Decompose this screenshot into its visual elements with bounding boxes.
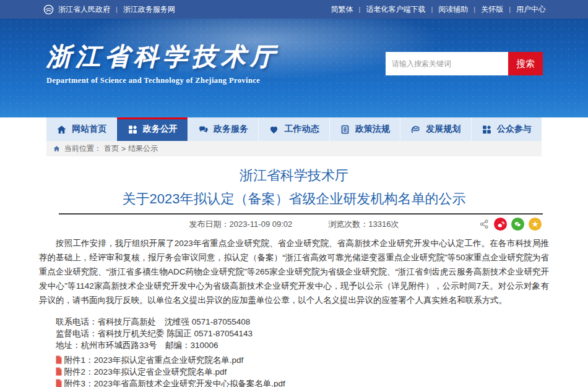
breadcrumb-home-icon <box>53 145 61 153</box>
handshake-icon <box>410 124 421 135</box>
contact-block: 联系电话：省科技厅高新处 沈维强 0571-87055408 监督电话：省科技厅… <box>39 316 549 351</box>
nav-item-policies-regulations[interactable]: 政策法规 <box>330 117 400 141</box>
attachment-link[interactable]: 附件1：2023年拟认定省重点企业研究院名单.pdf <box>64 354 244 366</box>
article-subtitle: 关于2023年拟认定（备案）省级企业研发机构名单的公示 <box>39 190 549 208</box>
divider: | <box>359 6 361 13</box>
nav-item-government-services[interactable]: 政务服务 <box>188 117 259 141</box>
attachment-row-3[interactable]: 附件3：2023年省高新技术企业研究开发中心拟备案名单.pdf <box>39 378 549 387</box>
article: 浙江省科学技术厅 关于2023年拟认定（备案）省级企业研发机构名单的公示 发布日… <box>39 166 549 387</box>
pdf-icon <box>55 367 63 376</box>
pdf-icon <box>55 379 63 387</box>
top-utility-bar: 浙江省人民政府 | 浙江政务服务网 简繁体 | 适老化客户端下载 | 阅读辅助 … <box>0 0 588 19</box>
attachment-row-2[interactable]: 附件2：2023年拟认定省企业研究院名单.pdf <box>39 366 549 378</box>
nav-item-public-participation[interactable]: 公众参与 <box>472 117 542 141</box>
share-group: ★ <box>479 218 542 231</box>
qzone-share-icon[interactable]: ★ <box>529 218 542 231</box>
site-banner: 浙江省科学技术厅 Department of Science and Techn… <box>0 19 588 117</box>
nav-item-label: 政策法规 <box>355 124 390 135</box>
link-care-version[interactable]: 关怀版 <box>481 4 503 15</box>
nav-item-government-affairs-disclosure[interactable]: 政务公开 <box>117 117 188 141</box>
breadcrumb: 当前位置： 首页 > 结果公示 <box>46 141 542 156</box>
open-government-icon <box>128 124 138 135</box>
breadcrumb-separator: > <box>121 145 126 153</box>
article-paragraph: 按照工作安排，我厅组织开展了2023年省重点企业研究院、省企业研究院、省高新技术… <box>39 236 549 307</box>
government-logo-icon <box>43 4 54 15</box>
breadcrumb-prefix: 当前位置： <box>64 143 102 154</box>
divider: | <box>509 6 511 13</box>
participation-icon <box>482 124 492 135</box>
publish-date-label: 发布日期： <box>189 219 230 229</box>
main-nav-row: 网站首页 政务公开 政务服务 工作动态 <box>0 117 588 141</box>
divider: | <box>431 6 433 13</box>
link-user-center[interactable]: 用户中心 <box>516 4 546 15</box>
link-elderly-client-download[interactable]: 适老化客户端下载 <box>366 4 425 15</box>
nav-item-label: 网站首页 <box>72 124 106 135</box>
search-button[interactable]: 搜索 <box>508 52 543 75</box>
publish-date-value: 2023-11-09 09:02 <box>230 219 293 229</box>
share-icon[interactable] <box>479 219 490 229</box>
site-subtitle-english: Department of Science and Technology of … <box>46 76 279 85</box>
nav-item-label: 发展规划 <box>426 124 460 135</box>
attachment-link[interactable]: 附件3：2023年省高新技术企业研究开发中心拟备案名单.pdf <box>64 378 285 387</box>
divider: | <box>473 6 475 13</box>
link-simplified-traditional[interactable]: 简繁体 <box>331 4 353 15</box>
weibo-share-icon[interactable] <box>494 218 507 231</box>
home-icon <box>56 124 67 135</box>
view-count: 浏览次数：13316次 <box>328 219 399 230</box>
link-provincial-government[interactable]: 浙江省人民政府 <box>58 4 110 15</box>
divider: | <box>116 6 118 13</box>
attachment-row-1[interactable]: 附件1：2023年拟认定省重点企业研究院名单.pdf <box>39 354 549 366</box>
heart-icon <box>269 124 279 135</box>
breadcrumb-row: 当前位置： 首页 > 结果公示 <box>0 141 588 156</box>
chat-bubbles-icon <box>198 124 209 135</box>
main-nav: 网站首页 政务公开 政务服务 工作动态 <box>46 117 542 141</box>
topbar-left-links: 浙江省人民政府 | 浙江政务服务网 <box>43 4 175 15</box>
attachments-list: 附件1：2023年拟认定省重点企业研究院名单.pdf 附件2：2023年拟认定省… <box>39 354 549 387</box>
article-agency-title: 浙江省科学技术厅 <box>39 166 549 185</box>
article-meta-row: 发布日期：2023-11-09 09:02 浏览次数：13316次 <box>39 215 549 234</box>
breadcrumb-link-home[interactable]: 首页 <box>104 143 119 154</box>
topbar-right-links: 简繁体 | 适老化客户端下载 | 阅读辅助 | 关怀版 | 用户中心 <box>331 4 546 15</box>
contact-phone-line: 联系电话：省科技厅高新处 沈维强 0571-87055408 <box>39 316 549 328</box>
site-logo: 浙江省科学技术厅 Department of Science and Techn… <box>46 42 279 85</box>
nav-item-label: 工作动态 <box>284 124 319 135</box>
view-count-label: 浏览次数： <box>328 219 368 229</box>
search-input[interactable] <box>386 52 508 75</box>
link-reading-assist[interactable]: 阅读辅助 <box>438 4 468 15</box>
star-icon: ★ <box>532 220 539 228</box>
pdf-icon <box>55 355 63 364</box>
link-gov-service-net[interactable]: 浙江政务服务网 <box>123 4 175 15</box>
nav-item-label: 政务服务 <box>214 124 248 135</box>
site-title: 浙江省科学技术厅 <box>46 42 279 70</box>
wechat-share-icon[interactable] <box>511 218 524 231</box>
nav-item-home[interactable]: 网站首页 <box>46 117 117 141</box>
attachment-link[interactable]: 附件2：2023年拟认定省企业研究院名单.pdf <box>64 366 227 378</box>
view-count-value: 13316次 <box>368 219 399 229</box>
address-line: 地址：杭州市环城西路33号 邮编：310006 <box>39 339 549 351</box>
supervision-phone-line: 监督电话：省科技厅机关纪委 陈国正 0571-87054143 <box>39 328 549 339</box>
document-icon <box>340 124 350 135</box>
site-search: 搜索 <box>386 52 543 75</box>
nav-item-work-updates[interactable]: 工作动态 <box>259 117 329 141</box>
breadcrumb-current-page[interactable]: 结果公示 <box>128 143 158 154</box>
nav-item-label: 政务公开 <box>143 124 178 135</box>
nav-item-label: 公众参与 <box>497 124 532 135</box>
publish-date: 发布日期：2023-11-09 09:02 <box>189 219 293 230</box>
nav-item-development-planning[interactable]: 发展规划 <box>400 117 471 141</box>
